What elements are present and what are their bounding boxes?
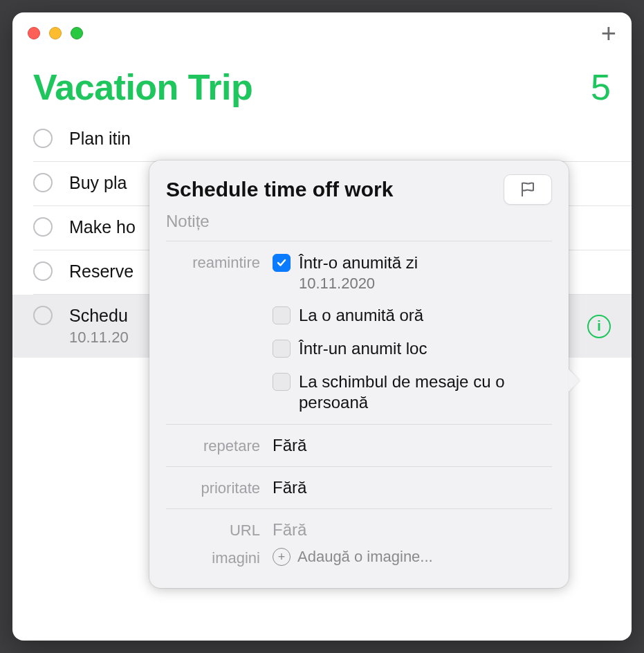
list-header: Vacation Trip 5 bbox=[12, 54, 632, 118]
list-item[interactable]: Plan itin bbox=[33, 118, 632, 162]
on-a-day-label: Într-o anumită zi bbox=[299, 252, 418, 273]
info-icon: i bbox=[597, 318, 601, 334]
add-reminder-button[interactable]: + bbox=[601, 20, 616, 46]
images-label: imagini bbox=[166, 548, 260, 567]
when-messaging-label: La schimbul de mesaje cu o persoană bbox=[299, 371, 534, 413]
at-a-location-option[interactable]: Într-un anumit loc bbox=[273, 338, 552, 359]
plus-icon: + bbox=[601, 19, 616, 48]
close-window-button[interactable] bbox=[28, 27, 40, 39]
complete-toggle[interactable] bbox=[33, 217, 53, 237]
when-messaging-checkbox[interactable] bbox=[273, 373, 291, 391]
fullscreen-window-button[interactable] bbox=[71, 27, 83, 39]
at-a-time-option[interactable]: La o anumită oră bbox=[273, 305, 552, 326]
reminder-title: Plan itin bbox=[69, 129, 611, 149]
reminder-detail-popover: Schedule time off work Notițe reamintire… bbox=[149, 160, 569, 588]
minimize-window-button[interactable] bbox=[49, 27, 62, 39]
priority-value[interactable]: Fără bbox=[273, 478, 552, 497]
popover-title[interactable]: Schedule time off work bbox=[166, 178, 393, 201]
add-image-button[interactable]: + Adaugă o imagine... bbox=[273, 548, 552, 566]
complete-toggle[interactable] bbox=[33, 173, 53, 192]
url-row[interactable]: URL Fără bbox=[166, 509, 552, 544]
reminders-window: + Vacation Trip 5 Plan itin Buy pla Make… bbox=[12, 12, 632, 641]
images-row: imagini + Adaugă o imagine... bbox=[166, 544, 552, 571]
titlebar: + bbox=[12, 12, 632, 54]
add-image-label: Adaugă o imagine... bbox=[297, 548, 433, 566]
when-messaging-option[interactable]: La schimbul de mesaje cu o persoană bbox=[273, 371, 552, 413]
at-a-location-label: Într-un anumit loc bbox=[299, 338, 427, 359]
on-a-day-option[interactable]: Într-o anumită zi 10.11.2020 bbox=[273, 252, 552, 293]
repeat-value[interactable]: Fără bbox=[273, 436, 552, 455]
flag-button[interactable] bbox=[504, 174, 552, 205]
remind-me-section: reamintire Într-o anumită zi 10.11.2020 … bbox=[166, 241, 552, 425]
at-a-time-label: La o anumită oră bbox=[299, 305, 423, 326]
window-controls bbox=[28, 27, 83, 39]
complete-toggle[interactable] bbox=[33, 261, 53, 281]
repeat-label: repetare bbox=[166, 436, 260, 455]
at-a-time-checkbox[interactable] bbox=[273, 306, 291, 324]
remind-label: reamintire bbox=[166, 252, 260, 413]
list-count: 5 bbox=[591, 66, 611, 108]
repeat-row[interactable]: repetare Fără bbox=[166, 425, 552, 467]
info-button[interactable]: i bbox=[587, 315, 611, 338]
priority-label: prioritate bbox=[166, 478, 260, 497]
checkmark-icon bbox=[276, 257, 287, 268]
url-label: URL bbox=[166, 520, 260, 540]
popover-header: Schedule time off work bbox=[166, 174, 552, 205]
list-title: Vacation Trip bbox=[33, 66, 252, 108]
on-a-day-checkbox[interactable] bbox=[273, 254, 291, 272]
complete-toggle[interactable] bbox=[33, 129, 53, 148]
flag-icon bbox=[520, 181, 535, 198]
notes-field[interactable]: Notițe bbox=[166, 209, 552, 241]
url-value[interactable]: Fără bbox=[273, 520, 552, 540]
on-a-day-date[interactable]: 10.11.2020 bbox=[299, 275, 418, 293]
plus-circle-icon: + bbox=[273, 548, 291, 566]
at-a-location-checkbox[interactable] bbox=[273, 340, 291, 358]
complete-toggle[interactable] bbox=[33, 306, 53, 325]
priority-row[interactable]: prioritate Fără bbox=[166, 467, 552, 509]
